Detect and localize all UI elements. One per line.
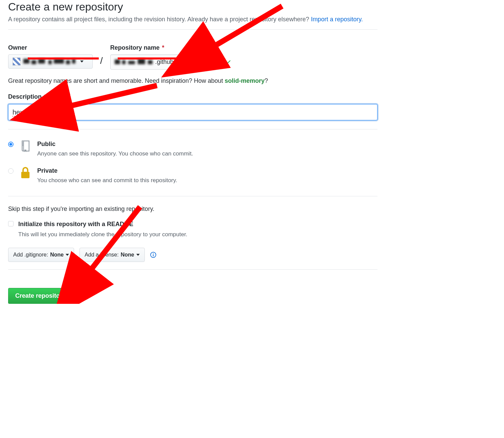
page-subhead: A repository contains all project files,… [8,15,377,24]
required-asterisk: * [162,44,164,51]
svg-point-7 [153,253,154,254]
chevron-down-icon [136,254,140,256]
owner-select[interactable] [8,54,93,69]
divider [8,129,377,129]
divider [8,29,377,30]
info-icon[interactable] [150,252,156,258]
annotation-underline [118,57,196,59]
init-readme-title: Initialize this repository with a README [18,220,187,229]
description-value: hexo博客 [13,108,41,117]
inspiration-text: Great repository names are short and mem… [8,76,377,86]
visibility-public-radio[interactable] [8,142,14,147]
private-title: Private [37,166,177,175]
description-input[interactable]: hexo博客 [8,104,377,120]
annotation-arrow-icon [76,207,143,285]
svg-rect-8 [153,254,154,256]
private-desc: You choose who can see and commit to thi… [37,176,177,185]
public-title: Public [37,140,193,149]
annotation-underline [28,57,99,59]
owner-label: Owner [8,43,93,52]
create-repository-button[interactable]: Create repository [8,288,73,304]
chevron-down-icon [80,60,84,63]
import-repository-link[interactable]: Import a repository. [311,16,363,23]
init-readme-checkbox[interactable] [8,221,14,226]
page-title: Create a new repository [8,0,377,14]
lock-icon [20,166,31,179]
owner-avatar-icon [13,57,21,66]
divider [8,269,377,270]
svg-point-4 [22,145,23,146]
svg-rect-5 [21,172,29,178]
optional-hint: (optional) [43,94,66,100]
visibility-private-radio[interactable] [8,168,14,174]
svg-point-3 [22,144,23,144]
subhead-text: A repository contains all project files,… [8,16,311,23]
valid-check-icon [224,58,231,66]
text-cursor [41,109,41,117]
repo-icon [20,140,31,152]
svg-point-2 [22,142,23,143]
repo-name-label: Repository name * [110,43,231,52]
public-desc: Anyone can see this repository. You choo… [37,149,193,158]
repo-name-input[interactable]: .github.io [110,54,219,70]
init-readme-desc: This will let you immediately clone the … [18,230,187,239]
skip-import-note: Skip this step if you're importing an ex… [8,204,377,214]
svg-line-9 [86,207,140,276]
slash-separator: / [100,54,103,68]
chevron-down-icon [66,254,69,256]
license-select[interactable]: Add a license: None [79,248,145,262]
divider [8,196,377,196]
suggested-name[interactable]: solid-memory [225,77,265,84]
gitignore-select[interactable]: Add .gitignore: None [8,248,74,262]
description-label: Description (optional) [8,93,66,100]
repo-name-redacted [115,59,155,66]
